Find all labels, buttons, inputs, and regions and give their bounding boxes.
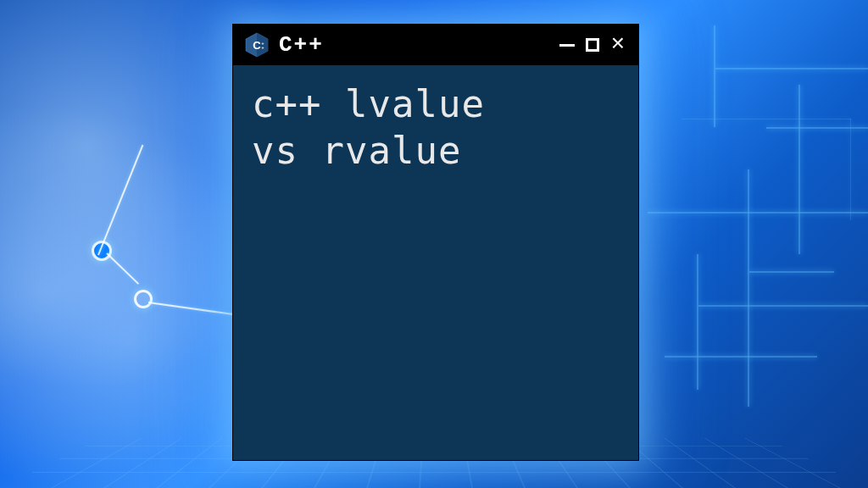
svg-text:+: + bbox=[262, 45, 264, 50]
close-button[interactable]: × bbox=[608, 35, 628, 55]
body-line-1: c++ lvalue bbox=[252, 82, 485, 125]
window-controls: × bbox=[557, 35, 628, 55]
window-title: C++ bbox=[279, 32, 548, 58]
app-window: C + + C++ × c++ lvalue vs rvalue bbox=[232, 24, 639, 461]
cpp-icon: C + + bbox=[243, 31, 270, 58]
minimize-icon bbox=[559, 44, 575, 47]
titlebar[interactable]: C + + C++ × bbox=[233, 25, 638, 65]
body-line-2: vs rvalue bbox=[252, 129, 461, 172]
maximize-icon bbox=[586, 38, 599, 52]
svg-text:C: C bbox=[253, 39, 261, 52]
close-icon: × bbox=[611, 33, 626, 57]
maximize-button[interactable] bbox=[582, 35, 603, 55]
window-body: c++ lvalue vs rvalue bbox=[233, 65, 638, 460]
body-content: c++ lvalue vs rvalue bbox=[252, 80, 620, 174]
minimize-button[interactable] bbox=[557, 35, 577, 55]
